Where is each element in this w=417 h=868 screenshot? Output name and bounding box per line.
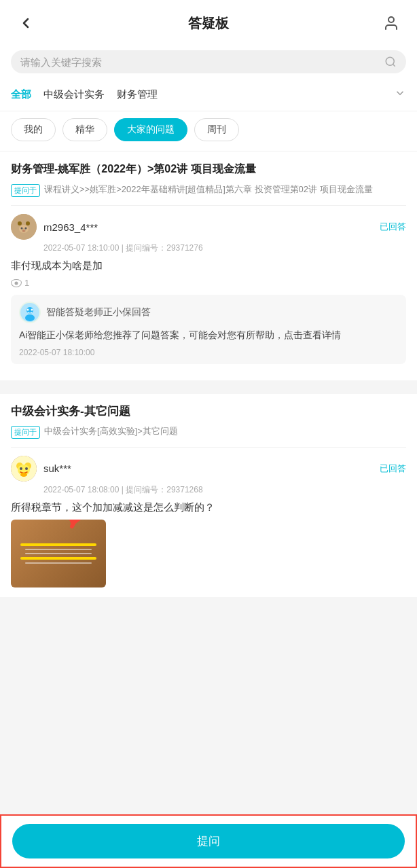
svg-point-20 [20,467,22,470]
username-1: m2963_4*** [43,221,98,233]
section2-tag-row: 提问于 中级会计实务[高效实验]>其它问题 [11,424,406,439]
section1-tag-text: 课程讲义>>姚军胜>2022年基础精讲[超值精品]第六章 投资管理第02讲 项目… [44,183,373,196]
qa-views-1: 1 [11,278,406,288]
section2-title: 中级会计实务-其它问题 [11,403,406,419]
content-area: 财务管理-姚军胜（2022年）>第02讲 项目现金流量 提问于 课程讲义>>姚军… [0,151,417,665]
question-section-2: 中级会计实务-其它问题 提问于 中级会计实务[高效实验]>其它问题 [0,394,417,597]
svg-point-8 [21,228,23,230]
ai-answer-header: 智能答疑老师正小保回答 [19,302,398,323]
qa-question-1: 非付现成本为啥是加 [11,259,406,272]
section1-title: 财务管理-姚军胜（2022年）>第02讲 项目现金流量 [11,161,406,177]
category-mine[interactable]: 我的 [11,118,56,141]
avatar-1 [11,214,37,240]
category-everyone[interactable]: 大家的问题 [114,118,187,141]
ai-avatar [19,302,41,323]
svg-point-22 [20,473,27,477]
ai-name: 智能答疑老师正小保回答 [46,306,151,319]
qa-meta-2: 2022-05-07 18:08:00 | 提问编号：29371268 [43,484,406,496]
filter-tabs: 全部 中级会计实务 财务管理 [0,82,417,111]
answered-badge-1: 已回答 [380,221,406,233]
bottom-bar: 提问 [0,814,417,868]
thumb-inner [11,520,106,587]
svg-point-1 [386,57,394,65]
svg-point-0 [388,17,394,22]
thumb-line-3 [25,553,92,554]
answered-badge-2: 已回答 [380,463,406,475]
filter-tab-all[interactable]: 全部 [11,88,31,101]
avatar-2 [11,456,37,482]
search-icon [384,56,397,68]
expand-icon[interactable] [394,87,406,103]
thumb-line-2 [25,549,92,550]
qa-user-1: m2963_4*** [11,214,98,240]
category-weekly[interactable]: 周刊 [194,118,239,141]
search-input[interactable] [20,56,379,68]
section2-tag-text: 中级会计实务[高效实验]>其它问题 [44,424,178,438]
svg-point-4 [18,221,22,225]
qa-user-2: suk*** [11,456,71,482]
svg-point-10 [22,230,25,232]
question-thumbnail[interactable] [11,520,106,587]
page-title: 答疑板 [188,14,229,33]
thumb-line-5 [25,562,92,564]
filter-tab-intermediate[interactable]: 中级会计实务 [43,88,105,101]
ai-reply-text: Ai智能正小保老师给您推荐了问题答案，可能会对您有所帮助，点击查看详情 [19,327,398,344]
ai-answer-1[interactable]: 智能答疑老师正小保回答 Ai智能正小保老师给您推荐了问题答案，可能会对您有所帮助… [11,295,406,364]
qa-item-1-header: m2963_4*** 已回答 [11,214,406,240]
svg-point-15 [31,309,33,311]
qa-question-2: 所得税章节，这个加加减减这是怎么判断的？ [11,501,406,514]
svg-point-9 [25,228,27,230]
svg-line-2 [393,64,395,66]
eye-icon [11,279,22,287]
section1-tag-row: 提问于 课程讲义>>姚军胜>2022年基础精讲[超值精品]第六章 投资管理第02… [11,183,406,197]
back-button[interactable] [14,11,38,35]
section-divider [0,387,417,394]
search-section [0,43,417,82]
category-highlight[interactable]: 精华 [62,118,107,141]
qa-meta-1: 2022-05-07 18:10:00 | 提问编号：29371276 [43,242,406,254]
ai-reply-time: 2022-05-07 18:10:00 [19,348,398,357]
qa-item-2-header: suk*** 已回答 [11,456,406,482]
svg-point-13 [25,314,35,321]
svg-point-5 [26,221,30,225]
category-buttons: 我的 精华 大家的问题 周刊 [0,111,417,151]
qa-item-2[interactable]: suk*** 已回答 2022-05-07 18:08:00 | 提问编号：29… [11,447,406,597]
user-profile-button[interactable] [379,11,403,35]
section1-tag: 提问于 [11,184,40,197]
ask-button[interactable]: 提问 [12,824,405,858]
qa-item-1[interactable]: m2963_4*** 已回答 2022-05-07 18:10:00 | 提问编… [11,205,406,380]
svg-point-21 [25,467,28,470]
view-count-1: 1 [24,278,29,288]
svg-point-14 [27,309,29,311]
header: 答疑板 [0,0,417,43]
username-2: suk*** [43,463,71,474]
thumb-line-1 [20,543,96,546]
section2-tag: 提问于 [11,426,40,439]
search-box [11,50,406,73]
question-section-1: 财务管理-姚军胜（2022年）>第02讲 项目现金流量 提问于 课程讲义>>姚军… [0,151,417,380]
filter-tab-finance[interactable]: 财务管理 [117,88,158,101]
thumb-line-4 [20,557,96,560]
